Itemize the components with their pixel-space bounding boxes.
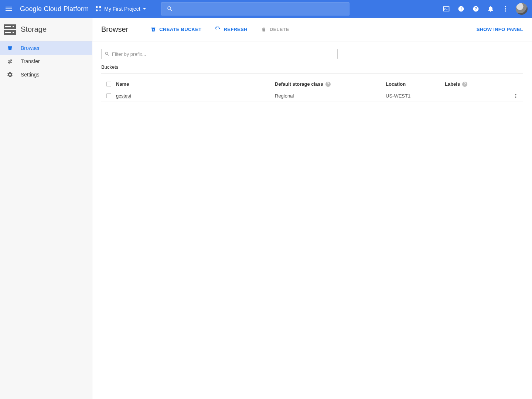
cloud-shell-icon [443, 5, 450, 13]
action-bar: Browser CREATE BUCKET REFRESH DELETE SHO… [92, 18, 532, 41]
more-button[interactable] [501, 4, 510, 13]
svg-rect-16 [5, 32, 11, 33]
help-icon[interactable]: ? [325, 82, 331, 87]
svg-rect-17 [13, 32, 14, 33]
help-icon[interactable]: ? [462, 82, 467, 87]
svg-rect-14 [13, 26, 14, 27]
col-class[interactable]: Default storage class ? [275, 81, 386, 87]
storage-icon [4, 24, 16, 35]
svg-point-0 [96, 6, 98, 8]
product-logo[interactable]: Google Cloud Platform [20, 5, 89, 13]
notifications-button[interactable] [486, 4, 495, 13]
sidebar-item-transfer[interactable]: Transfer [0, 55, 92, 68]
sidebar-item-browser[interactable]: Browser [0, 41, 92, 55]
refresh-button[interactable]: REFRESH [215, 27, 248, 33]
table-header: Name Default storage class ? Location La… [101, 78, 523, 90]
bucket-class: Regional [275, 93, 294, 99]
menu-icon [4, 4, 13, 13]
gear-icon [7, 71, 13, 78]
project-name: My First Project [104, 6, 140, 12]
svg-point-9 [505, 6, 506, 7]
svg-point-2 [96, 10, 98, 11]
svg-point-11 [505, 10, 506, 11]
topbar: Google Cloud Platform My First Project ? [0, 0, 532, 18]
filter-input[interactable] [112, 51, 337, 57]
delete-button: DELETE [261, 27, 289, 33]
page-title: Browser [101, 25, 128, 34]
row-menu-button[interactable] [508, 93, 523, 99]
bell-icon [487, 5, 494, 13]
chevron-down-icon [143, 7, 146, 11]
svg-rect-6 [461, 10, 461, 11]
svg-rect-5 [461, 7, 461, 10]
hamburger-menu-button[interactable] [4, 4, 13, 13]
bucket-link[interactable]: gcstest [116, 93, 131, 99]
buckets-table: Name Default storage class ? Location La… [101, 78, 523, 102]
create-bucket-icon [150, 27, 156, 33]
refresh-icon [215, 27, 221, 33]
col-name[interactable]: Name [116, 81, 275, 87]
col-class-label: Default storage class [275, 81, 323, 87]
delete-label: DELETE [270, 27, 289, 32]
col-labels-label: Labels [445, 81, 460, 87]
sidebar: Storage Browser Transfer Settings [0, 18, 92, 399]
account-avatar[interactable] [516, 3, 528, 15]
project-picker[interactable]: My First Project [95, 6, 146, 12]
col-labels[interactable]: Labels ? [445, 81, 508, 87]
search-icon [105, 51, 110, 57]
svg-rect-13 [5, 26, 11, 27]
sidebar-item-label: Transfer [21, 58, 40, 64]
transfer-icon [7, 58, 13, 65]
alerts-button[interactable] [457, 4, 466, 13]
show-info-panel-button[interactable]: SHOW INFO PANEL [477, 27, 523, 32]
help-button[interactable]: ? [471, 4, 480, 13]
sidebar-title: Storage [0, 18, 92, 41]
svg-point-22 [515, 97, 516, 98]
table-row: gcstest Regional US-WEST1 [101, 90, 523, 102]
svg-point-21 [515, 95, 516, 96]
svg-rect-19 [153, 30, 154, 30]
cloud-shell-button[interactable] [442, 4, 451, 13]
bucket-location: US-WEST1 [386, 93, 410, 99]
section-label: Buckets [101, 64, 523, 74]
content: Buckets Name Default storage class ? Loc… [92, 41, 532, 109]
select-all-checkbox[interactable] [106, 82, 111, 86]
bucket-icon [7, 45, 13, 51]
project-icon [95, 6, 102, 12]
sidebar-item-settings[interactable]: Settings [0, 68, 92, 81]
alert-icon [457, 5, 465, 13]
create-bucket-button[interactable]: CREATE BUCKET [150, 27, 201, 33]
sidebar-item-label: Settings [21, 72, 40, 78]
help-icon: ? [472, 5, 480, 13]
svg-point-20 [515, 94, 516, 95]
trash-icon [261, 27, 267, 33]
col-location[interactable]: Location [386, 81, 445, 87]
svg-point-3 [99, 10, 101, 11]
svg-text:?: ? [475, 7, 477, 11]
search-box[interactable] [161, 2, 349, 16]
create-bucket-label: CREATE BUCKET [159, 27, 201, 32]
svg-point-1 [99, 6, 101, 8]
filter-box[interactable] [101, 49, 338, 59]
more-vert-icon [513, 93, 519, 99]
main: Browser CREATE BUCKET REFRESH DELETE SHO… [92, 18, 532, 399]
row-checkbox[interactable] [106, 93, 111, 98]
svg-point-10 [505, 8, 506, 9]
info-panel-label: SHOW INFO PANEL [477, 27, 523, 32]
more-vert-icon [502, 5, 509, 13]
product-name: Google Cloud Platform [20, 5, 89, 13]
sidebar-item-label: Browser [21, 45, 40, 51]
search-icon [167, 6, 173, 12]
sidebar-title-label: Storage [21, 25, 47, 34]
refresh-label: REFRESH [224, 27, 248, 32]
search-input[interactable] [177, 6, 349, 12]
